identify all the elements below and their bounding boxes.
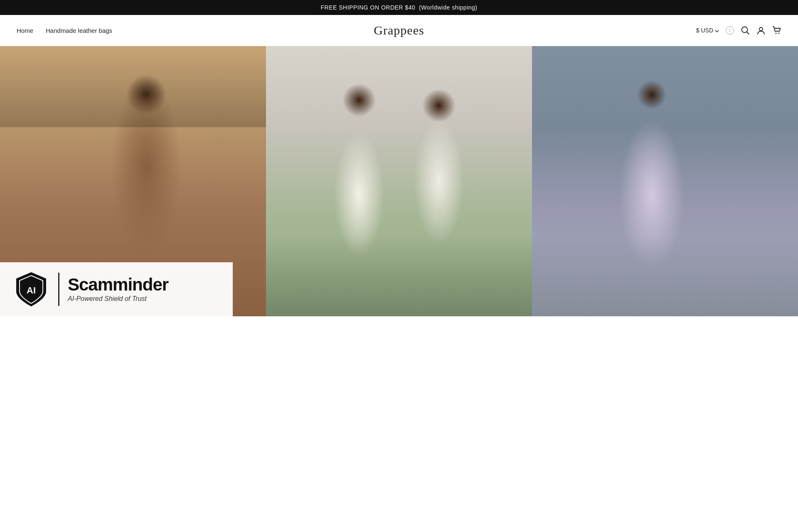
primary-nav: Home Handmade leather bags (17, 27, 112, 34)
cart-icon[interactable] (772, 26, 781, 35)
info-icon[interactable]: i (726, 26, 734, 34)
svg-point-2 (759, 27, 763, 31)
search-icon[interactable] (741, 26, 750, 35)
scamminder-divider (58, 273, 59, 306)
announcement-subtext: (Worldwide shipping) (419, 4, 477, 11)
hero-panel-2 (266, 46, 532, 316)
currency-selector[interactable]: $ USD (696, 27, 719, 34)
svg-line-1 (747, 32, 749, 34)
chevron-down-icon (715, 27, 719, 34)
scamminder-text: Scamminder AI-Powered Shield of Trust (68, 276, 168, 303)
site-header: Home Handmade leather bags Grappees $ US… (0, 15, 798, 46)
scamminder-shield-icon: AI (12, 271, 50, 308)
nav-home[interactable]: Home (17, 27, 33, 34)
scamminder-title: Scamminder (68, 276, 168, 293)
nav-handmade-leather-bags[interactable]: Handmade leather bags (46, 27, 112, 34)
svg-point-3 (776, 33, 777, 34)
site-logo[interactable]: Grappees (374, 23, 424, 37)
svg-text:AI: AI (27, 285, 36, 296)
announcement-text: FREE SHIPPING ON ORDER $40 (321, 4, 416, 11)
header-actions: $ USD i (696, 26, 781, 35)
account-icon[interactable] (756, 26, 766, 35)
scamminder-subtitle: AI-Powered Shield of Trust (68, 295, 168, 303)
announcement-bar: FREE SHIPPING ON ORDER $40 (Worldwide sh… (0, 0, 798, 15)
main-content: AI Scamminder AI-Powered Shield of Trust (0, 46, 798, 316)
currency-label: $ USD (696, 27, 713, 34)
svg-point-4 (778, 33, 780, 34)
scamminder-overlay: AI Scamminder AI-Powered Shield of Trust (0, 262, 233, 316)
hero-panel-3 (532, 46, 798, 316)
